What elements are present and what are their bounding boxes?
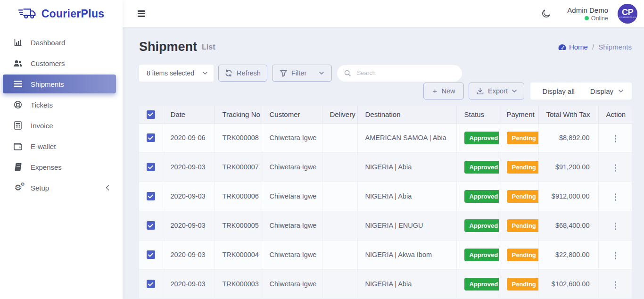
column-header-delivery[interactable]: Delivery (322, 106, 357, 123)
main-area: Admin Demo Online CP COURIERPLUS Shipmen… (123, 0, 644, 299)
wallet-icon (13, 142, 23, 150)
user-name: Admin Demo (567, 6, 608, 14)
column-header-total[interactable]: Total With Tax (538, 106, 598, 123)
cell-tracking-no: TRK000003 (215, 269, 262, 299)
breadcrumb: Home / Shipments (558, 43, 632, 51)
action-bar: + New Export Display all Display (139, 83, 632, 100)
search-box (337, 65, 462, 82)
payment-badge: Pending (507, 249, 539, 261)
cell-tracking-no: TRK000007 (215, 152, 262, 182)
hamburger-menu-icon[interactable] (136, 8, 147, 19)
calculator-icon (13, 121, 23, 130)
cell-delivery (322, 152, 357, 182)
row-checkbox[interactable] (147, 192, 155, 200)
download-icon (477, 88, 484, 95)
row-checkbox[interactable] (147, 221, 155, 230)
search-input[interactable] (356, 69, 455, 77)
gears-icon: ⚙⚙ (13, 184, 23, 192)
new-button[interactable]: + New (423, 83, 464, 100)
sidebar-nav: Dashboard Customers Shipments Tickets In… (0, 27, 123, 198)
column-header-customer[interactable]: Customer (262, 106, 322, 123)
filter-button[interactable]: Filter (272, 65, 332, 82)
row-checkbox[interactable] (147, 250, 155, 259)
row-actions-button[interactable] (612, 220, 619, 233)
cell-total: $91,200.00 (538, 152, 598, 182)
cell-tracking-no: TRK000004 (215, 240, 262, 269)
online-status-dot (585, 16, 589, 20)
table-row: 2020-09-03 TRK000004 Chiwetara Igwe NIGE… (139, 240, 632, 269)
user-info[interactable]: Admin Demo Online (567, 6, 608, 22)
sidebar-item-label: Dashboard (31, 39, 65, 47)
topbar: Admin Demo Online CP COURIERPLUS (123, 0, 644, 27)
column-header-date[interactable]: Date (163, 106, 215, 123)
cell-date: 2020-09-03 (163, 211, 215, 240)
sidebar-item-label: Invoice (31, 122, 53, 130)
sidebar-item-label: Customers (31, 59, 65, 67)
cell-date: 2020-09-06 (163, 123, 215, 152)
cell-date: 2020-09-03 (163, 182, 215, 211)
status-badge: Approved (464, 132, 499, 144)
cell-destination: NIGERIA | ENUGU (357, 211, 456, 240)
dark-mode-moon-icon[interactable] (541, 8, 551, 19)
cell-date: 2020-09-03 (163, 240, 215, 269)
shipments-table: Date Tracking No Customer Delivery Desti… (139, 106, 632, 299)
cell-total: $22,800.00 (538, 240, 598, 269)
payment-badge: Pending (507, 132, 539, 144)
status-badge: Approved (464, 161, 499, 174)
cell-delivery (322, 123, 357, 152)
row-checkbox[interactable] (147, 133, 155, 142)
row-actions-button[interactable] (612, 249, 619, 262)
users-icon (13, 59, 23, 67)
content: Shipment List Home / Shipments 8 items s… (123, 27, 644, 299)
bulk-select-dropdown[interactable]: 8 items selected (139, 65, 214, 82)
chevron-left-icon[interactable] (106, 185, 109, 191)
list-icon (13, 81, 23, 87)
sidebar-item-invoice[interactable]: Invoice (0, 115, 123, 136)
brand-name: CourierPlus (41, 8, 105, 20)
cell-delivery (322, 269, 357, 299)
brand-logo[interactable]: CourierPlus (0, 0, 123, 27)
cell-customer: Chiwetara Igwe (262, 240, 322, 269)
chevron-down-icon (203, 72, 207, 75)
sidebar-item-tickets[interactable]: Tickets (0, 94, 123, 115)
sidebar-item-ewallet[interactable]: E-wallet (0, 136, 123, 157)
refresh-button[interactable]: Refresh (218, 65, 267, 82)
breadcrumb-home-link[interactable]: Home (558, 43, 588, 51)
sidebar: CourierPlus Dashboard Customers Shipment… (0, 0, 123, 299)
chevron-down-icon (319, 72, 324, 75)
row-actions-button[interactable] (612, 191, 619, 204)
sidebar-item-dashboard[interactable]: Dashboard (0, 32, 123, 53)
row-actions-button[interactable] (612, 132, 619, 145)
column-header-payment[interactable]: Payment (499, 106, 538, 123)
export-button[interactable]: Export (469, 83, 524, 100)
avatar[interactable]: CP COURIERPLUS (618, 4, 637, 24)
table-row: 2020-09-03 TRK000005 Chiwetara Igwe NIGE… (139, 211, 632, 240)
cell-total: $68,400.00 (538, 211, 598, 240)
display-all-button[interactable]: Display all (530, 87, 586, 95)
bar-chart-icon (13, 38, 23, 47)
select-all-checkbox[interactable] (147, 110, 155, 119)
display-dropdown[interactable]: Display (586, 87, 632, 95)
row-checkbox[interactable] (147, 280, 155, 288)
table-body: 2020-09-06 TRK000008 Chiwetara Igwe AMER… (139, 123, 632, 299)
truck-icon (18, 7, 38, 21)
sidebar-item-shipments[interactable]: Shipments (3, 75, 116, 93)
row-checkbox[interactable] (147, 163, 155, 171)
page-title: Shipment (139, 40, 197, 54)
sidebar-item-setup[interactable]: ⚙⚙ Setup (0, 177, 123, 198)
status-badge: Approved (464, 219, 499, 232)
column-header-status[interactable]: Status (456, 106, 499, 123)
chevron-down-icon (619, 90, 623, 92)
column-header-tracking-no[interactable]: Tracking No (215, 106, 262, 123)
status-badge: Approved (464, 278, 499, 291)
table-row: 2020-09-06 TRK000008 Chiwetara Igwe AMER… (139, 123, 632, 152)
breadcrumb-current: Shipments (598, 43, 632, 51)
sidebar-item-customers[interactable]: Customers (0, 53, 123, 74)
table-row: 2020-09-03 TRK000006 Chiwetara Igwe NIGE… (139, 182, 632, 211)
cell-delivery (322, 182, 357, 211)
row-actions-button[interactable] (612, 278, 619, 291)
sidebar-item-expenses[interactable]: Expenses (0, 157, 123, 177)
column-header-destination[interactable]: Destination (357, 106, 456, 123)
row-actions-button[interactable] (612, 161, 619, 174)
cell-total: $8,892.00 (538, 123, 598, 152)
